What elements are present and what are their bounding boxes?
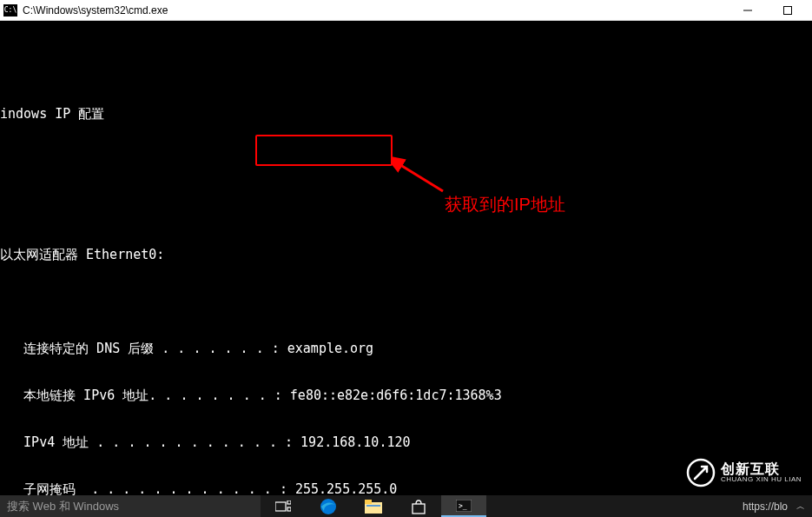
- watermark-sub: CHUANG XIN HU LIAN: [721, 476, 802, 484]
- store-button[interactable]: [396, 495, 441, 517]
- term-line: 以太网适配器 Ethernet0:: [0, 247, 812, 262]
- tray-url-text: https://blo: [743, 500, 788, 513]
- svg-rect-6: [287, 507, 291, 511]
- watermark-logo-icon: [686, 458, 716, 487]
- taskbar: 搜索 Web 和 Windows >_ https://blo ︿: [0, 495, 812, 517]
- svg-rect-4: [275, 502, 286, 511]
- term-line: [0, 153, 812, 169]
- svg-rect-5: [287, 500, 291, 504]
- svg-rect-9: [365, 500, 372, 504]
- annotation-label: 获取到的IP地址: [445, 193, 565, 216]
- maximize-button[interactable]: [776, 2, 800, 19]
- term-line-ipv4: IPv4 地址 . . . . . . . . . . . . : 192.16…: [0, 434, 812, 450]
- task-view-button[interactable]: [261, 495, 306, 517]
- svg-rect-1: [784, 6, 792, 14]
- term-line: 本地链接 IPv6 地址. . . . . . . . : fe80::e82e…: [0, 388, 812, 403]
- taskbar-items: >_: [261, 495, 486, 517]
- taskbar-search-input[interactable]: 搜索 Web 和 Windows: [0, 495, 261, 517]
- window-titlebar: C:\ C:\Windows\system32\cmd.exe: [0, 0, 812, 21]
- taskbar-search-placeholder: 搜索 Web 和 Windows: [7, 499, 119, 514]
- cmd-icon: C:\: [3, 4, 17, 17]
- watermark: 创新互联 CHUANG XIN HU LIAN: [681, 454, 807, 491]
- edge-browser-button[interactable]: [306, 495, 351, 517]
- svg-rect-11: [413, 504, 425, 514]
- window-controls: [736, 2, 809, 19]
- term-line: [0, 200, 812, 215]
- svg-text:>_: >_: [459, 502, 467, 510]
- term-line: [0, 294, 812, 309]
- tray-chevron-up-icon[interactable]: ︿: [796, 500, 805, 513]
- term-line: [0, 59, 812, 75]
- watermark-main: 创新互联: [721, 461, 802, 477]
- svg-rect-10: [366, 505, 380, 507]
- term-line: indows IP 配置: [0, 106, 812, 122]
- file-explorer-button[interactable]: [351, 495, 396, 517]
- window-title: C:\Windows\system32\cmd.exe: [23, 4, 736, 17]
- terminal-output[interactable]: indows IP 配置 以太网适配器 Ethernet0: 连接特定的 DNS…: [0, 21, 812, 495]
- cmd-task-button[interactable]: >_: [441, 495, 486, 517]
- system-tray: https://blo ︿: [743, 500, 812, 513]
- term-line: 连接特定的 DNS 后缀 . . . . . . . : example.org: [0, 341, 812, 356]
- minimize-button[interactable]: [736, 2, 760, 19]
